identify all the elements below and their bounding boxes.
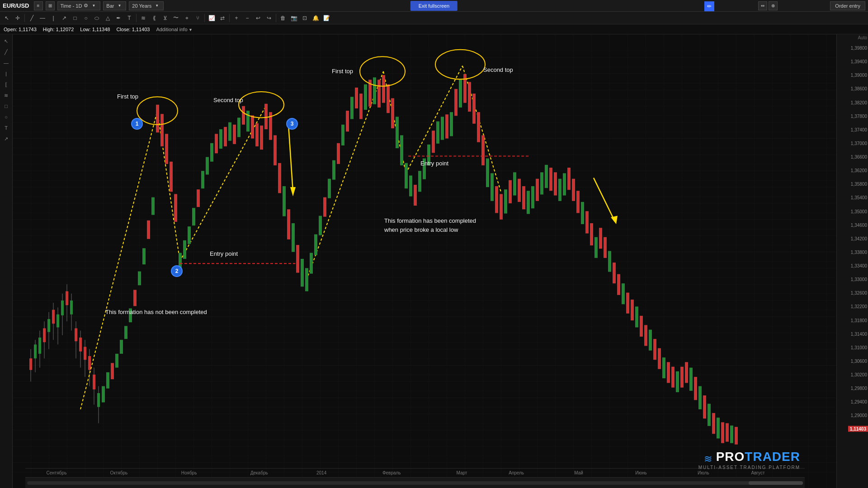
svg-rect-91 [170,162,173,192]
svg-rect-57 [93,375,95,389]
fullscreen-button[interactable]: Exit fullscreen [410,1,458,11]
svg-rect-159 [323,197,326,217]
svg-rect-199 [414,185,417,206]
svg-rect-73 [129,308,132,322]
svg-rect-191 [396,117,399,148]
sidebar-cursor[interactable]: ↖ [1,36,11,46]
delete-icon[interactable]: 🗑 [278,13,288,23]
close-value: Close: 1,11403 [116,27,150,32]
time-axis: Сентябрь Октябрь Ноябрь Декабрь 2014 Фев… [25,468,805,477]
fib-icon[interactable]: ≋ [138,13,148,23]
svg-rect-223 [468,82,471,112]
text-icon[interactable]: T [124,13,134,23]
svg-rect-317 [680,367,684,388]
indicator-icon[interactable]: 📈 [207,13,217,23]
svg-rect-75 [133,290,137,306]
time-label-oct: Октябрь [110,470,127,475]
svg-rect-301 [644,325,647,346]
svg-rect-231 [486,159,489,188]
svg-rect-183 [377,80,381,107]
chart-type-dropdown[interactable]: Bar [103,1,126,10]
layout-icon-btn[interactable]: ⊞ [46,1,55,10]
svg-rect-49 [75,328,77,342]
circle-icon[interactable]: ○ [81,13,91,23]
svg-rect-123 [242,106,245,125]
alert-icon[interactable]: 🔔 [311,13,321,23]
svg-rect-201 [418,171,421,192]
sidebar-arrow[interactable]: ↗ [1,134,11,144]
channel-icon[interactable]: ⟪ [149,13,159,23]
svg-rect-113 [219,129,222,149]
svg-rect-213 [445,114,448,138]
zoom-in-icon[interactable]: + [231,13,241,23]
svg-rect-277 [590,223,593,245]
pitchfork-icon[interactable]: ⑂ [193,13,203,23]
draw-tool-button[interactable]: ✏ [704,1,714,11]
additional-info-toggle[interactable]: Additional info [156,27,193,32]
svg-rect-137 [274,135,277,165]
zoom-icon-btn[interactable]: ⊕ [769,1,778,10]
svg-rect-151 [305,268,308,291]
scrollbar-track[interactable] [27,481,803,485]
sidebar-channel[interactable]: ⟦ [1,80,11,89]
price-26: 1,29800 [851,386,867,391]
svg-rect-209 [436,122,439,144]
svg-rect-89 [165,134,168,164]
svg-rect-111 [215,134,218,153]
hline-icon[interactable]: — [38,13,47,23]
note-icon[interactable]: 📝 [321,13,331,23]
triangle-icon[interactable]: △ [103,13,113,23]
sidebar-rect[interactable]: □ [1,101,11,111]
svg-rect-309 [662,357,665,378]
svg-rect-153 [310,253,313,274]
vline-icon[interactable]: | [48,13,58,23]
timeframe-dropdown[interactable]: Time - 1D ⚙ [57,1,101,10]
right-price-axis: Auto 1,39800 1,39400 1,39000 1,38600 1,3… [836,34,868,488]
zoom-out-icon[interactable]: − [242,13,252,23]
arrow-icon[interactable]: ↗ [59,13,69,23]
svg-rect-207 [432,131,435,153]
chart-container[interactable]: First top Second top Entry point This fo… [13,34,836,488]
rect-icon[interactable]: □ [70,13,80,23]
time-label-mar: Март [456,470,467,475]
crosshair-icon[interactable]: ✛ [13,13,23,23]
svg-rect-197 [409,175,412,196]
cursor-icon[interactable]: ↖ [2,13,12,23]
template-icon[interactable]: ⊡ [300,13,310,23]
sidebar-text[interactable]: T [1,123,11,133]
screenshot-icon[interactable]: 📷 [289,13,299,23]
svg-rect-329 [708,404,711,426]
undo-icon[interactable]: ↩ [253,13,263,23]
order-entry-button[interactable]: Order entry [830,1,865,10]
svg-rect-257 [545,165,548,188]
measure2-icon[interactable]: ⌖ [182,13,192,23]
svg-rect-255 [540,172,543,194]
svg-rect-29 [29,358,32,370]
svg-rect-337 [726,423,729,442]
scrollbar-thumb[interactable] [749,481,803,485]
compare-icon[interactable]: ⇄ [217,13,227,23]
svg-rect-233 [491,173,494,201]
measure-icon-btn[interactable]: ⇔ [758,1,767,10]
wave-icon[interactable]: 〜 [171,13,181,23]
sidebar-line[interactable]: ╱ [1,47,11,57]
menu-icon-btn[interactable]: ≡ [34,1,43,10]
svg-rect-305 [653,339,656,360]
svg-rect-193 [400,135,403,165]
line-icon[interactable]: ╱ [27,13,37,23]
svg-rect-41 [57,314,59,328]
sidebar-vline[interactable]: | [1,69,11,79]
redo-icon[interactable]: ↪ [264,13,274,23]
sidebar-ellipse[interactable]: ○ [1,112,11,122]
price-14: 1,34600 [851,222,867,227]
gann-icon[interactable]: ⊻ [160,13,170,23]
price-21: 1,31800 [851,318,867,323]
ellipse-icon[interactable]: ⬭ [92,13,102,23]
pen-icon[interactable]: ✒ [113,13,123,23]
sidebar-fib[interactable]: ≋ [1,90,11,100]
bottom-scrollbar[interactable] [25,477,805,488]
price-19: 1,32600 [851,291,867,296]
sidebar-hline[interactable]: — [1,58,11,68]
period-dropdown[interactable]: 20 Years [129,1,164,10]
svg-rect-83 [151,197,155,215]
